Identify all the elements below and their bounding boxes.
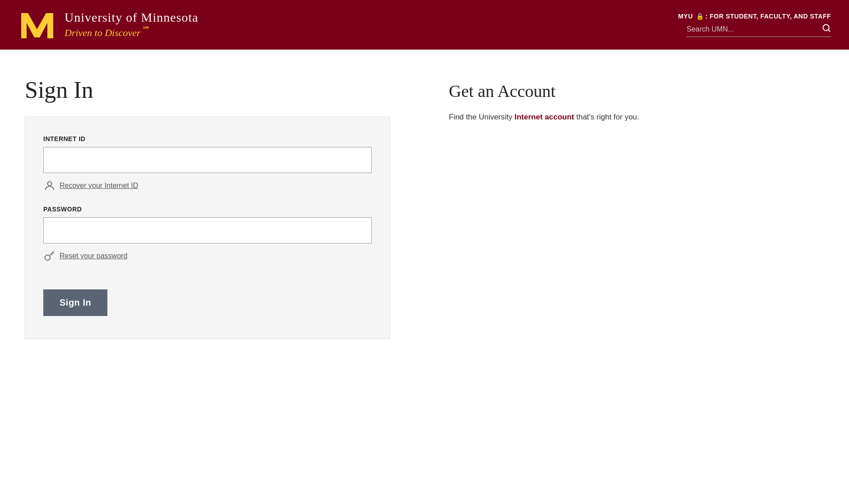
password-input[interactable] [43,217,372,243]
key-icon [43,250,56,262]
recover-internet-id-link[interactable]: Recover your Internet ID [60,182,138,190]
password-label: PASSWORD [43,206,372,213]
internet-id-label: INTERNET ID [43,135,372,142]
internet-id-input[interactable] [43,147,372,173]
internet-id-field-group: INTERNET ID [43,135,372,173]
svg-line-3 [828,30,830,32]
search-input[interactable] [687,25,822,33]
site-header: University of Minnesota Driven to Discov… [0,0,849,50]
search-button[interactable] [822,23,831,35]
get-account-text: Find the University Internet account tha… [449,111,824,123]
header-logo-section: University of Minnesota Driven to Discov… [18,7,198,43]
main-content: Sign In INTERNET ID Recover your Interne… [0,50,849,366]
password-field-group: PASSWORD [43,206,372,243]
svg-point-5 [45,255,51,261]
left-section: Sign In INTERNET ID Recover your Interne… [25,77,395,339]
internet-account-link[interactable]: Internet account [515,113,574,121]
lock-icon: 🔒 [696,13,704,20]
search-icon [822,23,831,32]
umn-logo [18,7,56,43]
header-title-block: University of Minnesota Driven to Discov… [65,10,198,39]
university-tagline: Driven to Discover℠ [65,25,198,39]
header-right-section: MYU 🔒: FOR STUDENT, FACULTY, AND STAFF [678,13,831,37]
person-icon [43,179,56,192]
reset-password-link[interactable]: Reset your password [60,252,127,260]
myu-label: MYU 🔒: FOR STUDENT, FACULTY, AND STAFF [678,13,831,20]
recover-id-row: Recover your Internet ID [43,179,372,192]
page-title: Sign In [25,77,395,103]
get-account-title: Get an Account [449,81,824,101]
reset-password-row: Reset your password [43,250,372,262]
search-bar[interactable] [687,23,831,37]
sign-in-button[interactable]: Sign In [43,289,107,316]
university-name: University of Minnesota [65,10,198,25]
right-section: Get an Account Find the University Inter… [395,77,824,339]
sign-in-form-card: INTERNET ID Recover your Internet ID PAS… [25,117,390,339]
svg-point-4 [47,182,51,186]
